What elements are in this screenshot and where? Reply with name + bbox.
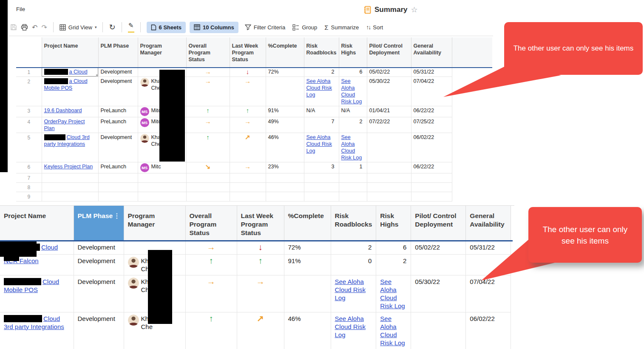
column-menu-icon[interactable]: ⋮: [113, 212, 121, 220]
cell-risk-highs[interactable]: 1: [339, 162, 367, 173]
cell-project-name[interactable]: [42, 192, 98, 201]
row-number[interactable]: 1: [16, 67, 42, 77]
cell-last-week-status[interactable]: ↗: [237, 312, 284, 349]
cell-risk-highs[interactable]: 6: [376, 241, 411, 254]
col-header-pilot-control-deployment[interactable]: Pilot/ Control Deployment: [367, 37, 411, 67]
col-header-pilot-control-deployment[interactable]: Pilot/ Control Deployment: [411, 206, 466, 241]
cell-risk-highs[interactable]: See Aloha Cloud Risk Log: [376, 312, 411, 349]
file-menu[interactable]: File: [16, 6, 25, 12]
cell-percent-complete[interactable]: 72%: [266, 67, 304, 77]
cell-overall-status[interactable]: [186, 192, 230, 201]
cell-pilot-deployment[interactable]: 05/30/22: [367, 77, 411, 106]
sheets-count-button[interactable]: 6 Sheets: [147, 22, 186, 33]
cell-general-availability[interactable]: [411, 192, 452, 201]
cell-risk-roadblocks[interactable]: See Aloha Cloud Risk Log: [304, 133, 339, 162]
risk-log-link[interactable]: See Aloha Cloud Risk Log: [306, 78, 332, 98]
cell-percent-complete[interactable]: [284, 275, 331, 312]
cell-risk-roadblocks[interactable]: 3: [304, 162, 339, 173]
col-header-overall-program-status[interactable]: Overall Program Status: [186, 37, 230, 67]
corner-header[interactable]: [16, 37, 42, 67]
cell-risk-highs[interactable]: [339, 173, 367, 182]
cell-general-availability[interactable]: 06/02/22: [411, 133, 452, 162]
cell-risk-highs[interactable]: See Aloha Cloud Risk Log: [339, 77, 367, 106]
cell-percent-complete[interactable]: [266, 192, 304, 201]
cell-program-manager[interactable]: [138, 182, 186, 192]
cell-pilot-deployment[interactable]: [367, 192, 411, 201]
risk-log-link[interactable]: See Aloha Cloud Risk Log: [380, 315, 405, 346]
cell-percent-complete[interactable]: 72%: [284, 241, 331, 254]
cell-plm-phase[interactable]: Development: [74, 312, 124, 349]
cell-percent-complete[interactable]: 91%: [284, 254, 331, 275]
cell-last-week-status[interactable]: ↓: [230, 67, 266, 77]
cell-risk-roadblocks[interactable]: 2: [304, 67, 339, 77]
cell-risk-highs[interactable]: 2: [339, 117, 367, 133]
cell-general-availability[interactable]: 06/02/22: [466, 312, 511, 349]
favorite-star-icon[interactable]: ☆: [411, 5, 417, 14]
filter-criteria-button[interactable]: Filter Criteria: [245, 24, 285, 31]
cell-plm-phase[interactable]: PreLaunch: [98, 106, 138, 117]
cell-general-availability[interactable]: [411, 173, 452, 182]
save-button[interactable]: [10, 24, 17, 31]
cell-percent-complete[interactable]: [266, 77, 304, 106]
cell-general-availability[interactable]: 06/22/22: [411, 162, 452, 173]
cell-plm-phase[interactable]: PreLaunch: [98, 162, 138, 173]
cell-general-availability[interactable]: [411, 182, 452, 192]
risk-log-link[interactable]: See Aloha Cloud Risk Log: [335, 315, 366, 338]
project-link[interactable]: Cloud 3rd party Integrations: [4, 315, 64, 330]
cell-percent-complete[interactable]: 46%: [284, 312, 331, 349]
cell-risk-roadblocks[interactable]: 7: [304, 117, 339, 133]
risk-log-link[interactable]: See Aloha Cloud Risk Log: [380, 278, 405, 309]
cell-pilot-deployment[interactable]: [367, 162, 411, 173]
cell-risk-roadblocks[interactable]: [304, 192, 339, 201]
cell-last-week-status[interactable]: →: [230, 117, 266, 133]
cell-overall-status[interactable]: →: [186, 67, 230, 77]
col-header-program-manager[interactable]: Program Manager: [138, 37, 186, 67]
cell-last-week-status[interactable]: ↓: [237, 241, 284, 254]
col-header-program-manager[interactable]: Program Manager: [124, 206, 185, 241]
risk-log-link[interactable]: See Aloha Cloud Risk Log: [341, 134, 362, 161]
cell-general-availability[interactable]: 07/25/22: [411, 117, 452, 133]
cell-risk-roadblocks[interactable]: 2: [331, 241, 376, 254]
row-number[interactable]: 6: [16, 162, 42, 173]
cell-pilot-deployment[interactable]: [367, 133, 411, 162]
cell-last-week-status[interactable]: ↗: [230, 133, 266, 162]
col-header-complete[interactable]: %Complete: [284, 206, 331, 241]
col-header-general-availability[interactable]: General Availability: [411, 37, 452, 67]
cell-project-name[interactable]: Cloud Mobile POS: [0, 275, 74, 312]
project-link[interactable]: a Cloud Mobile POS: [44, 78, 88, 91]
project-link[interactable]: Cloud Mobile POS: [4, 278, 59, 293]
cell-pilot-deployment[interactable]: [367, 173, 411, 182]
col-header-risk-roadblocks[interactable]: Risk Roadblocks: [331, 206, 376, 241]
project-link[interactable]: OrderPay Project Plan: [44, 119, 85, 131]
row-number[interactable]: 8: [16, 182, 42, 192]
cell-percent-complete[interactable]: 91%: [266, 106, 304, 117]
cell-risk-roadblocks[interactable]: 0: [331, 254, 376, 275]
redo-button[interactable]: ↷: [41, 23, 47, 31]
cell-general-availability[interactable]: 06/22/22: [411, 106, 452, 117]
col-header-risk-highs[interactable]: Risk Highs: [376, 206, 411, 241]
columns-count-button[interactable]: 10 Columns: [190, 22, 238, 33]
cell-project-name[interactable]: Cloud 3rd party Integrations: [42, 133, 98, 162]
cell-last-week-status[interactable]: [230, 192, 266, 201]
cell-project-name[interactable]: Cloud 3rd party Integrations: [0, 312, 74, 349]
cell-project-name[interactable]: [42, 173, 98, 182]
cell-pilot-deployment[interactable]: [367, 182, 411, 192]
cell-overall-status[interactable]: ↑: [185, 312, 237, 349]
cell-plm-phase[interactable]: PreLaunch: [98, 117, 138, 133]
cell-pilot-deployment[interactable]: 05/30/22: [411, 275, 466, 312]
cell-plm-phase[interactable]: Development: [74, 254, 124, 275]
col-header-project-name[interactable]: Project Name: [42, 37, 98, 67]
row-number[interactable]: 2: [16, 77, 42, 106]
row-number[interactable]: 9: [16, 192, 42, 201]
cell-last-week-status[interactable]: →: [237, 275, 284, 312]
view-mode-selector[interactable]: Grid View ▾: [60, 24, 97, 31]
cell-project-name[interactable]: a Cloud Mobile POS: [42, 77, 98, 106]
row-number[interactable]: 4: [16, 117, 42, 133]
summarize-button[interactable]: Σ Summarize: [324, 24, 359, 31]
risk-log-link[interactable]: See Aloha Cloud Risk Log: [335, 278, 366, 301]
row-number[interactable]: 7: [16, 173, 42, 182]
cell-last-week-status[interactable]: [230, 182, 266, 192]
cell-risk-highs[interactable]: N/A: [339, 106, 367, 117]
cell-risk-roadblocks[interactable]: See Aloha Cloud Risk Log: [331, 312, 376, 349]
col-header-complete[interactable]: %Complete: [266, 37, 304, 67]
